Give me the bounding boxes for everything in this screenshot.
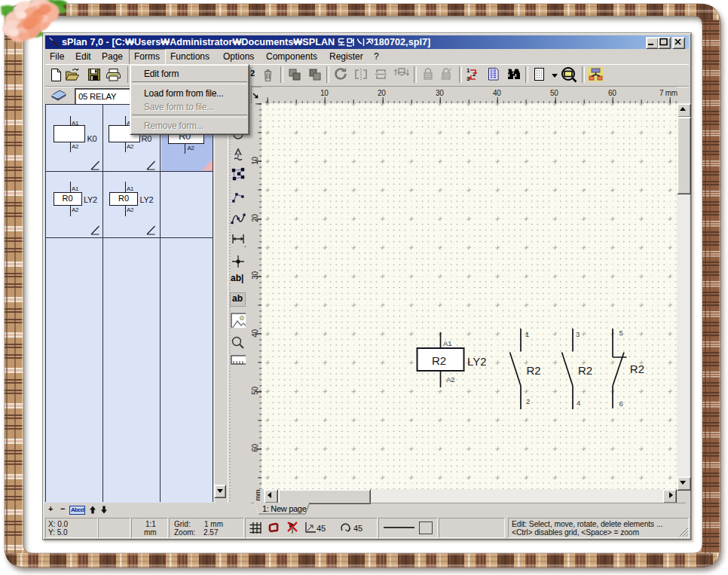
svg-text:A2: A2: [446, 375, 455, 384]
svg-text:3: 3: [576, 330, 580, 338]
svg-text:4: 4: [577, 399, 580, 407]
svg-text:5: 5: [619, 329, 622, 337]
svg-text:2: 2: [526, 397, 530, 405]
svg-text:R2: R2: [527, 364, 541, 377]
svg-text:6: 6: [619, 399, 622, 408]
svg-text:1: 1: [525, 330, 529, 338]
svg-text:R2: R2: [630, 362, 644, 375]
svg-text:A1: A1: [443, 339, 452, 347]
svg-text:LY2: LY2: [467, 355, 487, 368]
svg-text:R2: R2: [432, 354, 446, 367]
svg-text:R2: R2: [578, 364, 592, 377]
svg-text:1: 1: [466, 67, 470, 74]
